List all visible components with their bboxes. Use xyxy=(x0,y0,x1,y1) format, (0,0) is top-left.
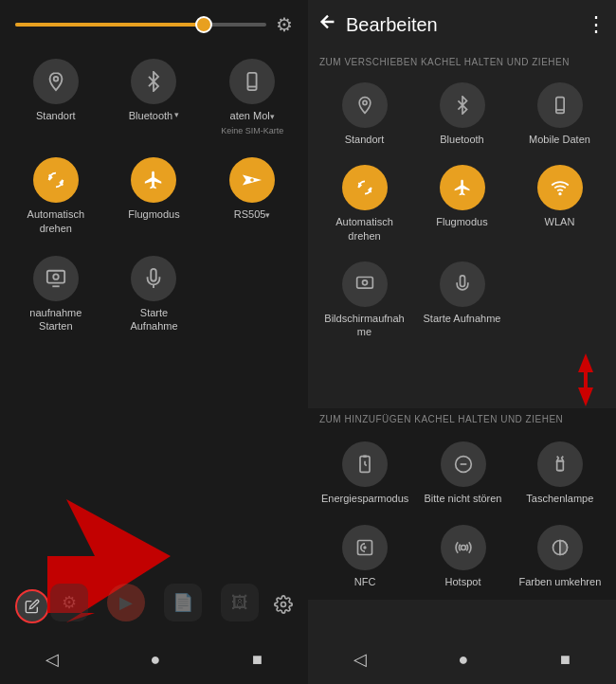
left-nav-bar: ◁ ● ■ xyxy=(0,635,308,684)
svg-point-24 xyxy=(364,547,366,549)
svg-point-10 xyxy=(362,100,366,104)
drehen-icon xyxy=(33,157,79,203)
right-tile-standort[interactable]: Standort xyxy=(317,75,411,153)
wallpaper-icons: ⚙ ▶ 📄 🖼 xyxy=(0,441,308,631)
svg-point-3 xyxy=(250,179,254,183)
tile-standort[interactable]: Standort xyxy=(9,51,102,144)
standort-icon xyxy=(33,59,79,104)
nav-back-left[interactable]: ◁ xyxy=(38,641,66,677)
bildschirm-icon xyxy=(33,256,79,301)
right-tile-flugmodus-label: Flugmodus xyxy=(436,215,487,228)
svg-point-13 xyxy=(559,193,561,195)
right-more-button[interactable]: ⋮ xyxy=(586,12,607,37)
bluetooth-icon xyxy=(131,59,176,104)
svg-rect-21 xyxy=(556,461,563,471)
right-tile-taschenlampe-label: Taschenlampe xyxy=(526,492,593,505)
tile-rs505[interactable]: RS505▾ xyxy=(206,150,299,243)
tile-aufnahme-label: StarteAufnahme xyxy=(130,306,177,333)
right-tile-nfc[interactable]: NFC xyxy=(317,517,412,596)
right-bottom-tiles: Energiesparmodus Bitte nicht stören Tasc… xyxy=(308,430,616,600)
left-panel: ⚙ Standort Bluetooth▾ aten Mol▾ Kei xyxy=(0,0,308,684)
tile-flugmodus[interactable]: Flugmodus xyxy=(108,150,201,243)
mobile-icon xyxy=(229,59,275,104)
right-tile-bitte-label: Bitte nicht stören xyxy=(425,492,502,505)
right-tile-mobile-label: Mobile Daten xyxy=(529,133,590,146)
bottom-section-label: ZUM HINZUFÜGEN KACHEL HALTEN UND ZIEHEN xyxy=(308,408,616,430)
right-tile-starte-aufnahme[interactable]: Starte Aufnahme xyxy=(415,254,509,347)
svg-point-6 xyxy=(53,274,59,279)
right-panel: Bearbeiten ⋮ ZUM VERSCHIEBEN KACHEL HALT… xyxy=(308,0,616,684)
aufnahme-icon xyxy=(131,256,176,301)
right-tile-starte-aufnahme-label: Starte Aufnahme xyxy=(424,312,501,325)
nav-recents-right[interactable]: ■ xyxy=(553,642,578,677)
right-tile-bluetooth-label: Bluetooth xyxy=(440,133,483,146)
right-tile-mobile-daten[interactable]: Mobile Daten xyxy=(513,75,607,153)
right-tile-hotspot-label: Hotspot xyxy=(445,575,481,588)
right-tile-energie[interactable]: Energiesparmodus xyxy=(317,434,412,513)
svg-rect-4 xyxy=(47,271,64,283)
flugmodus-icon xyxy=(131,157,176,203)
right-tile-farben[interactable]: Farben umkehren xyxy=(514,517,607,596)
tile-aufnahme[interactable]: StarteAufnahme xyxy=(108,248,201,341)
tile-bildschirm[interactable]: naufnahmeStarten xyxy=(9,248,102,341)
nav-recents-left[interactable]: ■ xyxy=(245,642,270,677)
right-tile-bitte[interactable]: Bitte nicht stören xyxy=(416,434,509,513)
right-tile-flugmodus[interactable]: Flugmodus xyxy=(415,157,509,250)
tile-drehen[interactable]: Automatisch drehen xyxy=(9,150,102,243)
left-settings-icon[interactable]: ⚙ xyxy=(276,13,293,36)
nav-back-right[interactable]: ◁ xyxy=(346,641,374,677)
right-title: Bearbeiten xyxy=(346,14,578,36)
right-top-tiles: Standort Bluetooth Mobile Daten Automati… xyxy=(308,71,616,350)
tile-standort-label: Standort xyxy=(36,109,76,122)
svg-point-15 xyxy=(362,280,367,285)
svg-point-25 xyxy=(461,545,465,549)
left-tiles-grid: Standort Bluetooth▾ aten Mol▾ Keine SIM-… xyxy=(0,45,308,347)
right-tile-bildschirmaufnahme-label: Bildschirmaufnah me xyxy=(321,312,408,339)
tile-bluetooth-label: Bluetooth▾ xyxy=(129,109,179,122)
brightness-row: ⚙ xyxy=(0,0,308,45)
svg-rect-14 xyxy=(356,277,372,288)
tile-bildschirm-label: naufnahmeStarten xyxy=(29,306,82,333)
right-tile-wlan-label: WLAN xyxy=(545,215,575,228)
right-tile-taschenlampe[interactable]: Taschenlampe xyxy=(514,434,607,513)
svg-point-0 xyxy=(54,77,59,81)
right-tile-farben-label: Farben umkehren xyxy=(518,575,601,588)
svg-rect-11 xyxy=(555,98,563,114)
tile-rs505-label: RS505▾ xyxy=(234,207,271,222)
tile-mobile[interactable]: aten Mol▾ Keine SIM-Karte xyxy=(206,51,299,144)
tile-mobile-label: aten Mol▾ Keine SIM-Karte xyxy=(221,109,283,136)
right-tile-hotspot[interactable]: Hotspot xyxy=(416,517,509,596)
right-back-button[interactable] xyxy=(317,11,338,38)
rs505-icon xyxy=(229,157,275,203)
tile-bluetooth[interactable]: Bluetooth▾ xyxy=(108,51,201,144)
right-tile-wlan[interactable]: WLAN xyxy=(513,157,607,250)
svg-marker-16 xyxy=(578,353,593,406)
right-nav-bar: ◁ ● ■ xyxy=(308,635,616,684)
right-tile-bildschirmaufnahme[interactable]: Bildschirmaufnah me xyxy=(317,254,411,347)
right-tile-standort-label: Standort xyxy=(345,133,385,146)
right-tile-energie-label: Energiesparmodus xyxy=(321,492,408,505)
brightness-slider[interactable] xyxy=(15,23,266,27)
tile-drehen-label: Automatisch drehen xyxy=(13,207,99,235)
right-tile-bluetooth[interactable]: Bluetooth xyxy=(415,75,509,153)
top-section-label: ZUM VERSCHIEBEN KACHEL HALTEN UND ZIEHEN xyxy=(308,49,616,71)
right-tile-nfc-label: NFC xyxy=(354,575,376,588)
right-tile-drehen-label: Automatisch drehen xyxy=(321,215,408,243)
up-down-arrows xyxy=(571,351,601,408)
right-tile-drehen[interactable]: Automatisch drehen xyxy=(317,157,411,250)
right-header: Bearbeiten ⋮ xyxy=(308,0,616,49)
tile-flugmodus-label: Flugmodus xyxy=(128,207,179,221)
nav-home-left[interactable]: ● xyxy=(143,642,169,677)
nav-home-right[interactable]: ● xyxy=(451,642,477,677)
red-arrows-indicator xyxy=(308,351,616,408)
